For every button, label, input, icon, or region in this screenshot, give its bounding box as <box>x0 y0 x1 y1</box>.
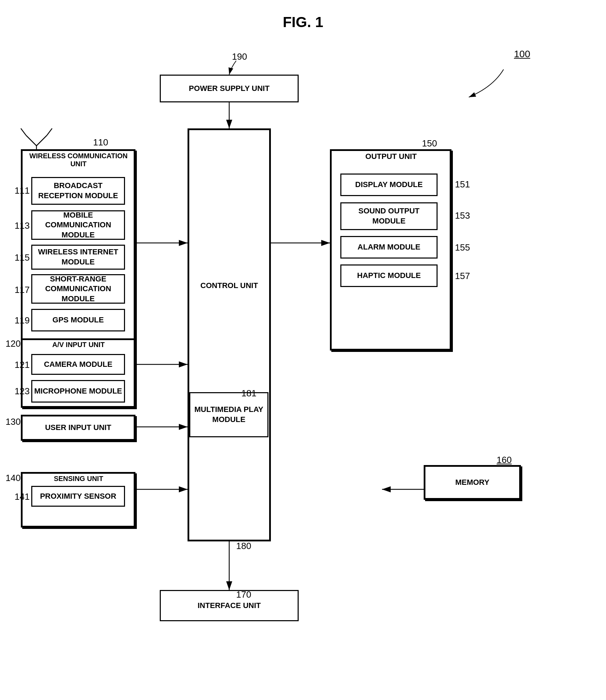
haptic-module-box: HAPTIC MODULE <box>340 264 438 287</box>
short-range-communication-module-box: SHORT-RANGE COMMUNICATION MODULE <box>31 274 125 304</box>
control-unit-box <box>188 128 271 541</box>
diagram-container: FIG. 1 <box>0 0 606 700</box>
av-input-unit-label: A/V INPUT UNIT <box>24 341 133 349</box>
gps-module-box: GPS MODULE <box>31 309 125 331</box>
output-unit-label: OUTPUT UNIT <box>333 152 449 161</box>
ref-151: 151 <box>455 179 470 190</box>
microphone-module-box: MICROPHONE MODULE <box>31 380 125 403</box>
ref-160: 160 <box>497 455 512 465</box>
ref-113: 113 <box>15 220 30 231</box>
power-supply-unit-box: POWER SUPPLY UNIT <box>160 75 299 102</box>
ref-190: 190 <box>232 51 247 62</box>
ref-141: 141 <box>15 491 30 502</box>
svg-line-11 <box>26 135 36 146</box>
ref-115: 115 <box>15 252 30 263</box>
sound-output-module-box: SOUND OUTPUT MODULE <box>340 202 438 230</box>
svg-line-13 <box>21 128 26 135</box>
ref-121: 121 <box>15 360 30 370</box>
mobile-communication-module-box: MOBILE COMMUNICATION MODULE <box>31 210 125 240</box>
ref-170: 170 <box>236 589 251 600</box>
ref-181: 181 <box>241 388 256 399</box>
ref-180: 180 <box>236 541 251 551</box>
svg-line-12 <box>36 135 47 146</box>
ref-130: 130 <box>6 416 20 427</box>
camera-module-box: CAMERA MODULE <box>31 354 125 375</box>
ref-111: 111 <box>15 185 30 196</box>
sensing-unit-label: SENSING UNIT <box>24 475 133 483</box>
ref-120: 120 <box>6 338 20 349</box>
ref-110: 110 <box>93 137 108 148</box>
ref-157: 157 <box>455 271 470 281</box>
display-module-box: DISPLAY MODULE <box>340 174 438 196</box>
ref-150: 150 <box>422 138 437 149</box>
svg-line-14 <box>47 128 52 135</box>
ref-155: 155 <box>455 242 470 253</box>
interface-unit-box: INTERFACE UNIT <box>160 590 299 621</box>
multimedia-play-module-box: MULTIMEDIA PLAY MODULE <box>189 392 268 437</box>
broadcast-reception-module-box: BROADCAST RECEPTION MODULE <box>31 177 125 205</box>
ref-123: 123 <box>15 386 30 397</box>
wireless-communication-unit-label: WIRELESS COMMUNICATION UNIT <box>24 152 133 168</box>
alarm-module-box: ALARM MODULE <box>340 236 438 259</box>
memory-box: MEMORY <box>424 465 521 500</box>
wireless-internet-module-box: WIRELESS INTERNET MODULE <box>31 245 125 270</box>
figure-title: FIG. 1 <box>283 14 323 31</box>
ref-100: 100 <box>514 49 530 60</box>
ref-119: 119 <box>15 315 30 326</box>
ref-117: 117 <box>15 285 30 295</box>
user-input-unit-box: USER INPUT UNIT <box>21 415 135 441</box>
ref-140: 140 <box>6 473 20 483</box>
control-unit-label: CONTROL UNIT <box>190 281 268 290</box>
ref-153: 153 <box>455 210 470 221</box>
proximity-sensor-box: PROXIMITY SENSOR <box>31 486 125 507</box>
